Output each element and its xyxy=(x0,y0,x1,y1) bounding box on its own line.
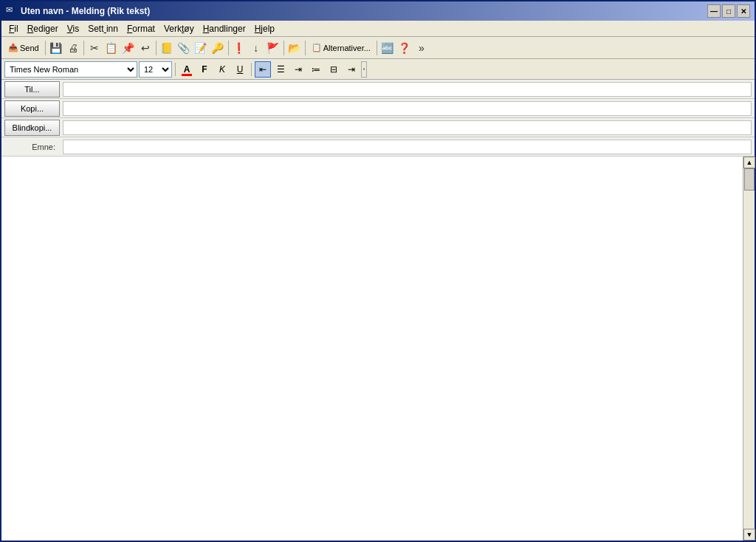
cut-button[interactable]: ✂ xyxy=(86,40,103,56)
expand-icon: › xyxy=(363,66,365,72)
format-bar: Times New Roman Arial Courier New Tahoma… xyxy=(1,59,755,80)
menu-rediger[interactable]: Rediger xyxy=(23,22,63,35)
close-button[interactable]: ✕ xyxy=(737,4,750,18)
bcc-button[interactable]: Blindkopi... xyxy=(4,120,60,136)
scroll-thumb[interactable] xyxy=(744,168,755,191)
align-center-icon: ☰ xyxy=(277,64,285,75)
font-color-button[interactable]: A xyxy=(179,61,195,78)
encoding-button[interactable]: 🔤 xyxy=(379,40,396,56)
align-right-icon: ⇥ xyxy=(295,64,302,75)
app-icon: ✉ xyxy=(6,5,18,17)
address-book-button[interactable]: 📒 xyxy=(159,40,175,56)
attach-button[interactable]: 📎 xyxy=(176,40,192,56)
scroll-up-button[interactable]: ▲ xyxy=(743,157,755,168)
title-buttons: — □ ✕ xyxy=(707,4,750,18)
alternatives-icon: 📋 xyxy=(312,43,322,52)
font-selector[interactable]: Times New Roman Arial Courier New Tahoma… xyxy=(4,61,137,78)
format-bar-expand[interactable]: › xyxy=(361,61,367,78)
subject-field[interactable] xyxy=(63,140,752,154)
to-row: Til... xyxy=(1,80,755,99)
alternatives-button[interactable]: 📋 Alternativer... xyxy=(308,40,374,56)
send-label: Send xyxy=(20,44,39,52)
undo-button[interactable]: ↩ xyxy=(137,40,154,56)
help-button[interactable]: ❓ xyxy=(396,40,413,56)
paste-button[interactable]: 📌 xyxy=(120,40,137,56)
subject-row: Emne: xyxy=(1,137,755,157)
list-bullet-icon: ≔ xyxy=(312,64,320,75)
menu-handlinger[interactable]: Handlinger xyxy=(199,22,250,35)
print-button[interactable]: 🖨 xyxy=(65,40,81,56)
menu-hjelp[interactable]: Hjelp xyxy=(250,22,279,35)
minimize-button[interactable]: — xyxy=(707,4,721,18)
bcc-field[interactable] xyxy=(63,120,752,135)
send-button[interactable]: 📤 Send xyxy=(4,40,43,56)
priority-low-button[interactable]: ↓ xyxy=(248,40,264,56)
encrypt-button[interactable]: 🔑 xyxy=(210,40,226,56)
toolbar-sep-7 xyxy=(377,41,377,55)
to-button[interactable]: Til... xyxy=(4,81,60,97)
color-indicator xyxy=(182,74,192,76)
open-button[interactable]: 📂 xyxy=(286,40,303,56)
cc-field[interactable] xyxy=(63,101,752,116)
menu-bar: Fil Rediger Vis Sett inn Format Verktøy … xyxy=(1,21,755,37)
menu-sett-inn[interactable]: Sett inn xyxy=(83,22,123,35)
menu-verktoy[interactable]: Verktøy xyxy=(159,22,199,35)
align-left-button[interactable]: ⇤ xyxy=(255,61,271,78)
toolbar-sep-4 xyxy=(228,41,229,55)
alternatives-label: Alternativer... xyxy=(323,44,371,52)
menu-vis[interactable]: Vis xyxy=(63,22,83,35)
align-center-button[interactable]: ☰ xyxy=(272,61,289,78)
align-left-icon: ⇤ xyxy=(259,64,267,75)
fmt-sep-2 xyxy=(251,63,252,76)
toolbar-sep-2 xyxy=(83,41,84,55)
title-bar-left: ✉ Uten navn - Melding (Rik tekst) xyxy=(6,5,150,17)
flag-button[interactable]: 🚩 xyxy=(265,40,281,56)
bold-button[interactable]: F xyxy=(196,61,213,78)
to-field[interactable] xyxy=(63,82,752,97)
send-icon: 📤 xyxy=(8,43,18,52)
font-size-selector[interactable]: 8 9 10 11 12 14 16 xyxy=(139,61,172,78)
bold-icon: F xyxy=(202,64,207,75)
italic-icon: K xyxy=(219,64,225,75)
toolbar-sep-5 xyxy=(284,41,284,55)
message-editor[interactable] xyxy=(1,157,743,541)
cc-row: Kopi... xyxy=(1,99,755,118)
menu-fil[interactable]: Fil xyxy=(4,22,23,35)
fmt-sep-1 xyxy=(175,63,176,76)
subject-label: Emne: xyxy=(4,143,60,151)
compose-area: Til... Kopi... Blindkopi... Emne: ▲ xyxy=(1,80,755,541)
underline-icon: U xyxy=(237,64,244,75)
cc-button[interactable]: Kopi... xyxy=(4,100,60,117)
main-window: ✉ Uten navn - Melding (Rik tekst) — □ ✕ … xyxy=(0,0,756,542)
font-color-icon: A xyxy=(184,64,190,75)
list-number-icon: ⊟ xyxy=(330,64,337,75)
underline-button[interactable]: U xyxy=(232,61,248,78)
list-bullet-button[interactable]: ≔ xyxy=(308,61,324,78)
indent-icon: ⇥ xyxy=(348,64,355,75)
bcc-row: Blindkopi... xyxy=(1,118,755,137)
toolbar-sep-1 xyxy=(45,41,46,55)
italic-button[interactable]: K xyxy=(214,61,230,78)
signature-button[interactable]: 📝 xyxy=(193,40,209,56)
toolbar-sep-6 xyxy=(305,41,306,55)
menu-format[interactable]: Format xyxy=(123,22,159,35)
align-right-button[interactable]: ⇥ xyxy=(290,61,306,78)
toolbar: 📤 Send 💾 🖨 ✂ 📋 📌 ↩ 📒 📎 📝 🔑 ❗ ↓ 🚩 📂 📋 Alt… xyxy=(1,37,755,59)
toolbar-sep-3 xyxy=(156,41,157,55)
list-number-button[interactable]: ⊟ xyxy=(326,61,342,78)
save-button[interactable]: 💾 xyxy=(48,40,64,56)
priority-high-button[interactable]: ❗ xyxy=(231,40,247,56)
scroll-track xyxy=(743,168,755,529)
message-body: ▲ ▼ xyxy=(1,157,755,541)
maximize-button[interactable]: □ xyxy=(722,4,735,18)
scroll-down-button[interactable]: ▼ xyxy=(743,529,755,541)
title-bar: ✉ Uten navn - Melding (Rik tekst) — □ ✕ xyxy=(1,1,755,21)
window-title: Uten navn - Melding (Rik tekst) xyxy=(21,6,150,16)
indent-button[interactable]: ⇥ xyxy=(343,61,360,78)
copy-button[interactable]: 📋 xyxy=(103,40,120,56)
vertical-scrollbar[interactable]: ▲ ▼ xyxy=(743,157,755,541)
toolbar-expand-button[interactable]: » xyxy=(413,40,430,56)
